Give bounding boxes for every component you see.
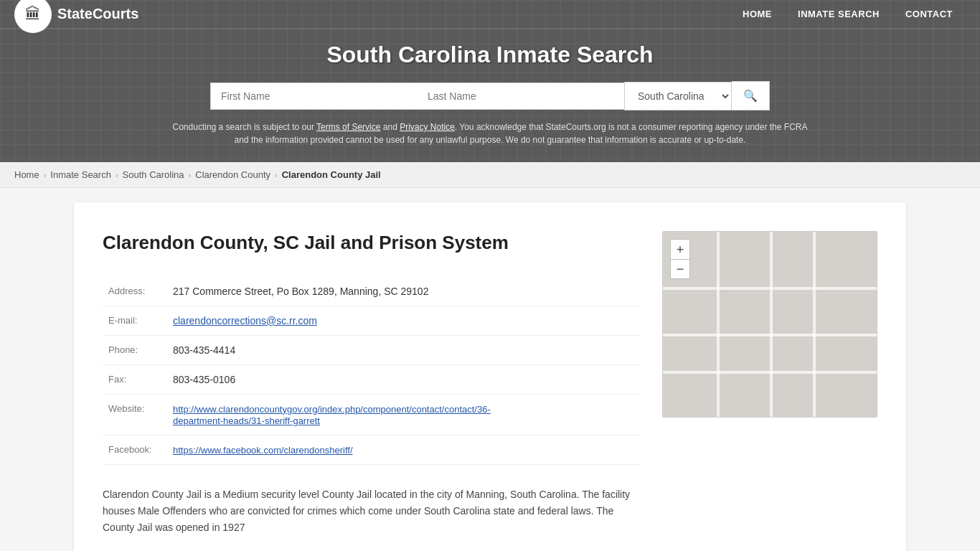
nav-inmate-search[interactable]: INMATE SEARCH [785, 1, 892, 27]
disclaimer-text: Conducting a search is subject to our Te… [167, 121, 813, 146]
terms-link[interactable]: Terms of Service [316, 122, 380, 132]
address-row: Address: 217 Commerce Street, Po Box 128… [103, 277, 641, 306]
map-road [717, 232, 720, 417]
breadcrumb-sep-3: › [189, 171, 192, 179]
breadcrumb-state[interactable]: South Carolina [123, 169, 184, 180]
header-content: South Carolina Inmate Search Select Stat… [0, 29, 980, 162]
logo-area[interactable]: 🏛 StateCourts [14, 0, 138, 33]
map-road [813, 232, 816, 417]
content-right: + − [662, 231, 877, 536]
phone-row: Phone: 803-435-4414 [103, 335, 641, 364]
map-zoom-out[interactable]: − [670, 259, 690, 279]
header: 🏛 StateCourts HOME INMATE SEARCH CONTACT… [0, 0, 980, 162]
phone-label: Phone: [103, 335, 167, 364]
content-card: Clarendon County, SC Jail and Prison Sys… [74, 202, 906, 551]
map-zoom-in[interactable]: + [670, 239, 690, 259]
privacy-link[interactable]: Privacy Notice [400, 122, 455, 132]
fax-label: Fax: [103, 364, 167, 394]
map-road [770, 232, 773, 417]
logo-text[interactable]: StateCourts [57, 6, 138, 22]
breadcrumb-home[interactable]: Home [14, 169, 39, 180]
email-row: E-mail: clarendoncorrections@sc.rr.com [103, 306, 641, 335]
map-background [663, 232, 877, 417]
state-select[interactable]: Select State AlabamaAlaskaArizonaArkansa… [624, 82, 732, 110]
website-label: Website: [103, 394, 167, 435]
nav-home[interactable]: HOME [730, 1, 785, 27]
phone-value: 803-435-4414 [167, 335, 641, 364]
content-left: Clarendon County, SC Jail and Prison Sys… [103, 231, 641, 536]
facility-description: Clarendon County Jail is a Medium securi… [103, 486, 641, 536]
facebook-row: Facebook: https://www.facebook.com/clare… [103, 435, 641, 464]
facebook-label: Facebook: [103, 435, 167, 464]
breadcrumb-sep-2: › [116, 171, 118, 179]
facebook-value: https://www.facebook.com/clarendonsherif… [167, 435, 641, 464]
main-container: Clarendon County, SC Jail and Prison Sys… [60, 202, 920, 551]
breadcrumb: Home › Inmate Search › South Carolina › … [0, 162, 980, 188]
search-bar: Select State AlabamaAlaskaArizonaArkansa… [210, 81, 770, 110]
website-link[interactable]: http://www.clarendoncountygov.org/index.… [173, 404, 491, 426]
nav-contact[interactable]: CONTACT [892, 1, 966, 27]
email-link[interactable]: clarendoncorrections@sc.rr.com [173, 315, 317, 326]
search-button[interactable]: 🔍 [732, 81, 770, 110]
map-container: + − [662, 231, 877, 418]
website-value: http://www.clarendoncountygov.org/index.… [167, 394, 641, 435]
logo-icon: 🏛 [14, 0, 52, 33]
fax-row: Fax: 803-435-0106 [103, 364, 641, 394]
website-row: Website: http://www.clarendoncountygov.o… [103, 394, 641, 435]
breadcrumb-inmate-search[interactable]: Inmate Search [50, 169, 111, 180]
top-nav: 🏛 StateCourts HOME INMATE SEARCH CONTACT [0, 0, 980, 29]
email-value: clarendoncorrections@sc.rr.com [167, 306, 641, 335]
facebook-link[interactable]: https://www.facebook.com/clarendonsherif… [173, 445, 353, 456]
fax-value: 803-435-0106 [167, 364, 641, 394]
address-value: 217 Commerce Street, Po Box 1289, Mannin… [167, 277, 641, 306]
email-label: E-mail: [103, 306, 167, 335]
page-title: South Carolina Inmate Search [14, 42, 966, 68]
map-controls: + − [670, 239, 690, 279]
breadcrumb-sep-4: › [275, 171, 278, 179]
facility-title: Clarendon County, SC Jail and Prison Sys… [103, 231, 641, 255]
breadcrumb-county[interactable]: Clarendon County [195, 169, 270, 180]
first-name-input[interactable] [210, 83, 418, 110]
last-name-input[interactable] [418, 83, 624, 110]
breadcrumb-sep-1: › [44, 171, 47, 179]
breadcrumb-current: Clarendon County Jail [282, 169, 381, 180]
address-label: Address: [103, 277, 167, 306]
info-table: Address: 217 Commerce Street, Po Box 128… [103, 277, 641, 465]
